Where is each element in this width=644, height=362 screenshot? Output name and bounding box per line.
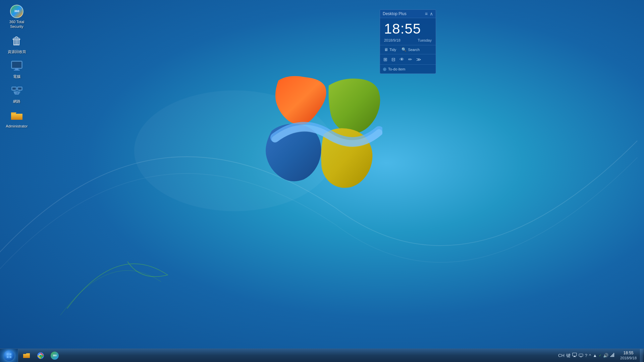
svg-rect-17 xyxy=(7,356,9,358)
systray-arrow-icon[interactable]: ▲ xyxy=(592,353,598,358)
taskbar: 360 CH 键 ? ^ ▲ ✓ 🔊 xyxy=(0,349,644,362)
widget-todo[interactable]: ⊕ To-do item xyxy=(380,65,436,73)
icon-recycle-image: 🗑 xyxy=(10,35,23,48)
widget-controls: ≡ ∧ xyxy=(425,11,433,16)
widget-close-button[interactable]: ∧ xyxy=(430,11,433,16)
widget-tools: ⊞ ⊟ 👁 ✏ ≫ xyxy=(380,54,436,65)
svg-rect-16 xyxy=(9,353,11,355)
taskbar-date: 2018/9/18 xyxy=(620,356,637,360)
todo-plus-icon: ⊕ xyxy=(383,66,387,72)
icon-360-security[interactable]: 360 360 Total Security xyxy=(3,3,30,31)
tidy-icon: 🖥 xyxy=(384,47,388,52)
icon-360-image: 360 xyxy=(10,5,23,18)
svg-rect-28 xyxy=(610,356,611,357)
widget-minimize-button[interactable]: ≡ xyxy=(425,11,428,16)
tidy-label: Tidy xyxy=(389,48,396,52)
svg-rect-6 xyxy=(12,88,16,90)
tool-files-icon[interactable]: ⊞ xyxy=(383,56,388,63)
taskbar-apps: 360 xyxy=(18,349,63,362)
systray-network-bars-icon[interactable] xyxy=(609,353,615,358)
widget-search-button[interactable]: 🔍 Search xyxy=(400,47,421,53)
widget-day: Tuesday xyxy=(418,38,432,42)
svg-rect-31 xyxy=(613,353,614,357)
svg-rect-23 xyxy=(574,356,575,357)
taskbar-explorer-button[interactable] xyxy=(20,350,33,362)
svg-rect-2 xyxy=(12,62,21,68)
svg-rect-22 xyxy=(573,353,577,356)
taskbar-time: 18:55 xyxy=(624,351,634,356)
systray-expand-icon[interactable]: ^ xyxy=(588,353,592,358)
icon-network[interactable]: 網路 xyxy=(3,83,30,105)
show-desktop-button[interactable] xyxy=(640,349,643,362)
icon-admin-image xyxy=(10,109,23,122)
systray-help-icon[interactable]: ? xyxy=(584,353,588,358)
windows-logo xyxy=(262,67,382,195)
start-button[interactable] xyxy=(0,349,18,362)
desktop-plus-widget: Desktop Plus ≡ ∧ 18:55 2018/9/18 Tuesday… xyxy=(380,9,436,74)
systray-security-badge[interactable]: ✓ xyxy=(598,354,602,357)
icon-360-label: 360 Total Security xyxy=(5,19,29,29)
widget-header: Desktop Plus ≡ ∧ xyxy=(380,10,436,18)
systray-keyboard-icon[interactable]: 键 xyxy=(566,353,571,359)
icon-computer-image xyxy=(10,59,23,73)
icon-network-image xyxy=(10,84,23,98)
systray-display-icon xyxy=(572,353,578,358)
desktop-icons: 360 360 Total Security 🗑 資源回收筒 電腦 xyxy=(0,0,34,134)
search-icon: 🔍 xyxy=(401,47,407,52)
icon-computer-label: 電腦 xyxy=(13,74,20,79)
tool-eye-icon[interactable]: 👁 xyxy=(399,56,405,63)
systray-network-icon[interactable] xyxy=(578,353,584,358)
svg-rect-29 xyxy=(611,355,612,357)
taskbar-360-button[interactable]: 360 xyxy=(48,350,61,362)
tool-edit-icon[interactable]: ✏ xyxy=(408,56,413,63)
widget-title: Desktop Plus xyxy=(383,11,407,16)
systray-icons: CH 键 ? ^ ▲ ✓ 🔊 xyxy=(556,353,617,359)
tool-more-icon[interactable]: ≫ xyxy=(416,56,422,63)
icon-recycle-label: 資源回收筒 xyxy=(8,49,26,54)
svg-rect-3 xyxy=(15,68,18,70)
desktop: 360 360 Total Security 🗑 資源回收筒 電腦 xyxy=(0,0,644,362)
search-label: Search xyxy=(408,48,420,52)
start-orb xyxy=(4,350,14,361)
icon-my-computer[interactable]: 電腦 xyxy=(3,58,30,80)
taskbar-clock[interactable]: 18:55 2018/9/18 xyxy=(617,349,640,362)
svg-rect-24 xyxy=(573,357,576,357)
tool-crop-icon[interactable]: ⊟ xyxy=(391,56,396,63)
todo-label: To-do item xyxy=(388,67,405,71)
taskbar-right: CH 键 ? ^ ▲ ✓ 🔊 xyxy=(556,349,644,362)
systray-lang-icon[interactable]: CH xyxy=(557,353,565,358)
svg-rect-4 xyxy=(14,70,20,70)
svg-rect-8 xyxy=(18,88,21,90)
svg-rect-18 xyxy=(9,356,11,358)
widget-date: 2018/9/18 xyxy=(384,38,400,42)
widget-time: 18:55 xyxy=(380,18,436,38)
widget-tidy-button[interactable]: 🖥 Tidy xyxy=(383,47,397,53)
icon-administrator[interactable]: Administrator xyxy=(3,108,30,130)
svg-rect-25 xyxy=(579,354,583,356)
icon-admin-label: Administrator xyxy=(6,124,28,128)
icon-network-label: 網路 xyxy=(13,99,20,104)
svg-rect-15 xyxy=(7,353,9,355)
icon-recycle-bin[interactable]: 🗑 資源回收筒 xyxy=(3,33,30,55)
taskbar-chrome-button[interactable] xyxy=(34,350,47,362)
systray-volume-icon[interactable]: 🔊 xyxy=(602,353,609,358)
svg-rect-30 xyxy=(612,354,613,357)
widget-date-row: 2018/9/18 Tuesday xyxy=(380,38,436,45)
widget-actions: 🖥 Tidy 🔍 Search xyxy=(380,45,436,54)
